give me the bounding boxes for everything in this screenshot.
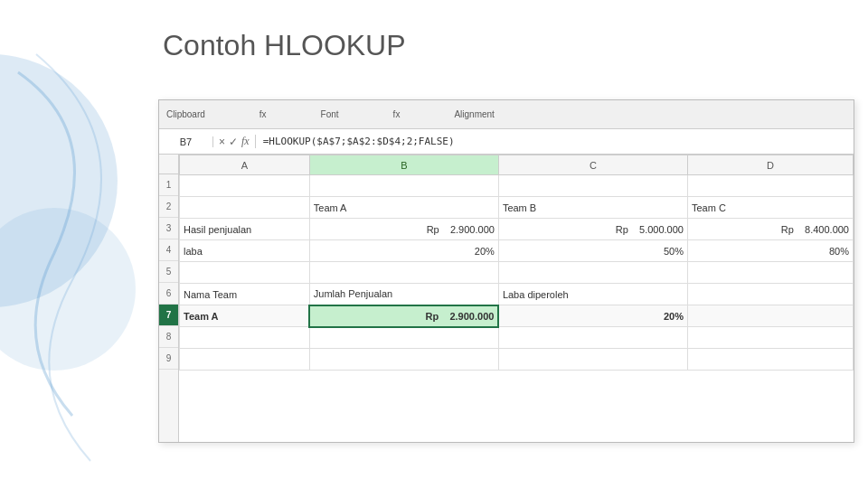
cell-b1 xyxy=(309,175,498,197)
row-num-8: 8 xyxy=(159,326,178,348)
cell-d9 xyxy=(687,349,853,371)
col-header-d: D xyxy=(687,155,853,175)
formula-bar: B7 × ✓ fx =HLOOKUP($A$7;$A$2:$D$4;2;FALS… xyxy=(159,129,854,155)
cell-c2: Team B xyxy=(498,197,687,219)
cell-a6: Nama Team xyxy=(180,284,310,305)
table-row-active: Team A Rp 2.900.000 20% xyxy=(180,305,854,327)
cell-b3: Rp 2.900.000 xyxy=(309,219,498,240)
row-number-header-corner xyxy=(159,155,178,174)
ribbon-font: Font xyxy=(321,109,339,119)
row-num-1: 1 xyxy=(159,174,178,196)
cell-b4: 20% xyxy=(309,240,498,262)
col-header-a: A xyxy=(180,155,310,175)
formula-content: =HLOOKUP($A$7;$A$2:$D$4;2;FALSE) xyxy=(256,136,462,147)
ribbon-bar: Clipboard fx Font fx Alignment xyxy=(159,100,854,129)
row-num-9: 9 xyxy=(159,348,178,370)
table-row: Nama Team Jumlah Penjualan Laba diperole… xyxy=(180,284,854,305)
col-header-b: B xyxy=(309,155,498,175)
row-num-6: 6 xyxy=(159,283,178,305)
cell-a4: laba xyxy=(180,240,310,262)
ribbon-alignment: Alignment xyxy=(454,109,494,119)
cell-reference: B7 xyxy=(159,136,213,147)
table-row: Team A Team B Team C xyxy=(180,197,854,219)
spreadsheet-grid: 1 2 3 4 5 6 7 8 9 A B xyxy=(159,155,854,442)
cell-c3: Rp 5.000.000 xyxy=(498,219,687,240)
cell-d1 xyxy=(687,175,853,197)
cell-d8 xyxy=(687,327,853,349)
excel-spreadsheet: Clipboard fx Font fx Alignment B7 × ✓ fx… xyxy=(158,99,854,443)
cell-a9 xyxy=(180,349,310,371)
row-num-5: 5 xyxy=(159,261,178,283)
cell-a8 xyxy=(180,327,310,349)
row-num-7: 7 xyxy=(159,305,178,326)
row-num-3: 3 xyxy=(159,218,178,239)
cell-a5 xyxy=(180,262,310,284)
cancel-icon: × xyxy=(219,136,225,148)
cell-b7: Rp 2.900.000 xyxy=(309,305,498,327)
cell-b5 xyxy=(309,262,498,284)
page-title: Contoh HLOOKUP xyxy=(163,29,406,62)
row-num-2: 2 xyxy=(159,196,178,218)
cell-c4: 50% xyxy=(498,240,687,262)
col-header-c: C xyxy=(498,155,687,175)
table-row xyxy=(180,175,854,197)
cell-d7 xyxy=(687,305,853,327)
cell-d4: 80% xyxy=(687,240,853,262)
table-row: Hasil penjualan Rp 2.900.000 Rp 5.000.00… xyxy=(180,219,854,240)
table-row xyxy=(180,327,854,349)
row-numbers: 1 2 3 4 5 6 7 8 9 xyxy=(159,155,179,442)
cell-c9 xyxy=(498,349,687,371)
cell-b2: Team A xyxy=(309,197,498,219)
cell-c1 xyxy=(498,175,687,197)
cell-b6: Jumlah Penjualan xyxy=(309,284,498,305)
row-num-4: 4 xyxy=(159,239,178,261)
formula-icons: × ✓ fx xyxy=(213,135,256,148)
ribbon-clipboard: Clipboard xyxy=(166,109,205,119)
cell-d2: Team C xyxy=(687,197,853,219)
cell-c6: Laba diperoleh xyxy=(498,284,687,305)
ribbon-fx1: fx xyxy=(259,109,267,119)
cell-a7: Team A xyxy=(180,305,310,327)
cell-b9 xyxy=(309,349,498,371)
cell-d6 xyxy=(687,284,853,305)
background-decoration xyxy=(0,0,181,488)
cell-c8 xyxy=(498,327,687,349)
cell-c5 xyxy=(498,262,687,284)
cell-d5 xyxy=(687,262,853,284)
grid-table: A B C D xyxy=(179,155,854,442)
cell-a2 xyxy=(180,197,310,219)
cell-d3: Rp 8.400.000 xyxy=(687,219,853,240)
table-row xyxy=(180,349,854,371)
cell-a3: Hasil penjualan xyxy=(180,219,310,240)
table-row xyxy=(180,262,854,284)
confirm-icon: ✓ xyxy=(229,136,238,148)
table-row: laba 20% 50% 80% xyxy=(180,240,854,262)
cell-b8 xyxy=(309,327,498,349)
fx-icon: fx xyxy=(241,135,250,148)
cell-c7: 20% xyxy=(498,305,687,327)
cell-a1 xyxy=(180,175,310,197)
ribbon-fx2: fx xyxy=(393,109,401,119)
